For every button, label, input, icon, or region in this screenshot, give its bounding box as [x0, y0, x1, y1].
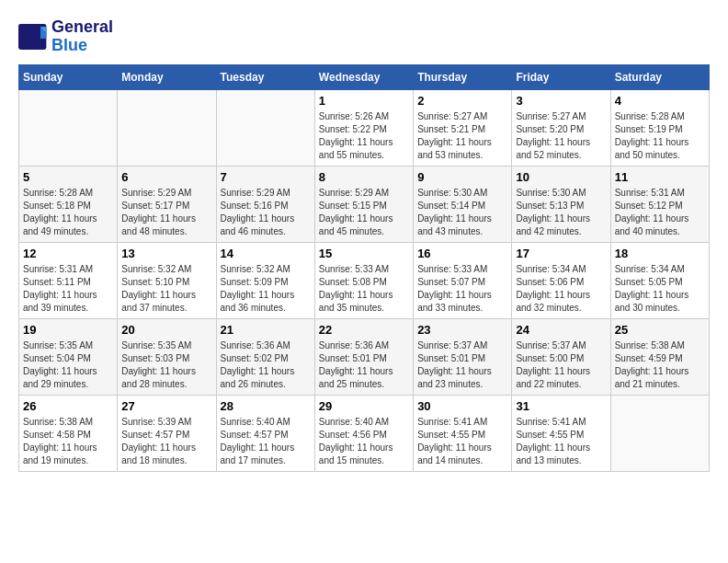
day-number: 9: [417, 170, 507, 184]
day-number: 30: [417, 399, 507, 413]
day-info: Sunrise: 5:30 AMSunset: 5:13 PMDaylight:…: [516, 187, 606, 238]
calendar-day-cell: 6Sunrise: 5:29 AMSunset: 5:17 PMDaylight…: [118, 166, 216, 242]
day-number: 13: [121, 247, 211, 260]
day-info: Sunrise: 5:31 AMSunset: 5:11 PMDaylight:…: [23, 263, 113, 315]
day-number: 8: [319, 170, 409, 184]
calendar-day-cell: 5Sunrise: 5:28 AMSunset: 5:18 PMDaylight…: [19, 166, 118, 242]
weekday-header-monday: Monday: [118, 64, 216, 89]
day-info: Sunrise: 5:29 AMSunset: 5:16 PMDaylight:…: [221, 187, 311, 238]
day-info: Sunrise: 5:35 AMSunset: 5:04 PMDaylight:…: [23, 339, 113, 391]
day-info: Sunrise: 5:37 AMSunset: 5:00 PMDaylight:…: [516, 339, 606, 391]
calendar-day-cell: [118, 89, 216, 166]
calendar-week-1: 1Sunrise: 5:26 AMSunset: 5:22 PMDaylight…: [19, 89, 710, 166]
day-number: 5: [23, 170, 113, 184]
day-number: 15: [319, 247, 409, 260]
day-number: 11: [615, 170, 705, 184]
day-number: 3: [516, 94, 606, 108]
logo-text: General Blue: [51, 18, 113, 55]
day-number: 25: [615, 323, 705, 337]
day-info: Sunrise: 5:33 AMSunset: 5:07 PMDaylight:…: [417, 263, 507, 315]
calendar-day-cell: 10Sunrise: 5:30 AMSunset: 5:13 PMDayligh…: [512, 166, 610, 242]
day-number: 23: [417, 323, 507, 337]
day-number: 22: [319, 323, 409, 337]
day-info: Sunrise: 5:40 AMSunset: 4:57 PMDaylight:…: [221, 416, 311, 467]
weekday-header-thursday: Thursday: [414, 64, 512, 89]
day-info: Sunrise: 5:34 AMSunset: 5:05 PMDaylight:…: [615, 263, 705, 315]
day-info: Sunrise: 5:41 AMSunset: 4:55 PMDaylight:…: [516, 416, 606, 467]
day-info: Sunrise: 5:29 AMSunset: 5:17 PMDaylight:…: [121, 187, 211, 238]
day-info: Sunrise: 5:29 AMSunset: 5:15 PMDaylight:…: [319, 187, 409, 238]
day-info: Sunrise: 5:37 AMSunset: 5:01 PMDaylight:…: [417, 339, 507, 391]
day-info: Sunrise: 5:39 AMSunset: 4:57 PMDaylight:…: [121, 416, 211, 467]
calendar-day-cell: 27Sunrise: 5:39 AMSunset: 4:57 PMDayligh…: [118, 395, 216, 471]
calendar-day-cell: [216, 89, 314, 166]
calendar-day-cell: 13Sunrise: 5:32 AMSunset: 5:10 PMDayligh…: [118, 242, 216, 318]
day-info: Sunrise: 5:33 AMSunset: 5:08 PMDaylight:…: [319, 263, 409, 315]
day-number: 28: [221, 399, 311, 413]
day-number: 1: [319, 94, 409, 108]
calendar-day-cell: [610, 395, 709, 471]
calendar-day-cell: 30Sunrise: 5:41 AMSunset: 4:55 PMDayligh…: [414, 395, 512, 471]
day-info: Sunrise: 5:36 AMSunset: 5:01 PMDaylight:…: [319, 339, 409, 391]
day-number: 2: [417, 94, 507, 108]
day-number: 21: [221, 323, 311, 337]
calendar-week-4: 19Sunrise: 5:35 AMSunset: 5:04 PMDayligh…: [19, 318, 710, 395]
calendar-day-cell: 16Sunrise: 5:33 AMSunset: 5:07 PMDayligh…: [414, 242, 512, 318]
day-info: Sunrise: 5:40 AMSunset: 4:56 PMDaylight:…: [319, 416, 409, 467]
calendar-day-cell: 25Sunrise: 5:38 AMSunset: 4:59 PMDayligh…: [610, 318, 709, 395]
calendar-day-cell: 1Sunrise: 5:26 AMSunset: 5:22 PMDaylight…: [314, 89, 413, 166]
day-info: Sunrise: 5:34 AMSunset: 5:06 PMDaylight:…: [516, 263, 606, 315]
calendar-day-cell: 26Sunrise: 5:38 AMSunset: 4:58 PMDayligh…: [19, 395, 118, 471]
day-number: 24: [516, 323, 606, 337]
day-info: Sunrise: 5:28 AMSunset: 5:18 PMDaylight:…: [23, 187, 113, 238]
calendar-day-cell: 21Sunrise: 5:36 AMSunset: 5:02 PMDayligh…: [216, 318, 314, 395]
day-info: Sunrise: 5:38 AMSunset: 4:59 PMDaylight:…: [615, 339, 705, 391]
day-info: Sunrise: 5:32 AMSunset: 5:09 PMDaylight:…: [221, 263, 311, 315]
day-number: 29: [319, 399, 409, 413]
calendar-day-cell: 2Sunrise: 5:27 AMSunset: 5:21 PMDaylight…: [414, 89, 512, 166]
day-number: 12: [23, 247, 113, 260]
calendar-week-3: 12Sunrise: 5:31 AMSunset: 5:11 PMDayligh…: [19, 242, 710, 318]
calendar-week-2: 5Sunrise: 5:28 AMSunset: 5:18 PMDaylight…: [19, 166, 710, 242]
calendar-day-cell: 14Sunrise: 5:32 AMSunset: 5:09 PMDayligh…: [216, 242, 314, 318]
calendar-day-cell: 7Sunrise: 5:29 AMSunset: 5:16 PMDaylight…: [216, 166, 314, 242]
calendar-day-cell: 18Sunrise: 5:34 AMSunset: 5:05 PMDayligh…: [610, 242, 709, 318]
calendar-day-cell: 4Sunrise: 5:28 AMSunset: 5:19 PMDaylight…: [610, 89, 709, 166]
calendar-day-cell: 19Sunrise: 5:35 AMSunset: 5:04 PMDayligh…: [19, 318, 118, 395]
calendar-header: General Blue: [18, 18, 710, 55]
day-info: Sunrise: 5:26 AMSunset: 5:22 PMDaylight:…: [319, 110, 409, 162]
day-info: Sunrise: 5:32 AMSunset: 5:10 PMDaylight:…: [121, 263, 211, 315]
calendar-day-cell: 20Sunrise: 5:35 AMSunset: 5:03 PMDayligh…: [118, 318, 216, 395]
weekday-header-sunday: Sunday: [19, 64, 118, 89]
day-number: 4: [615, 94, 705, 108]
day-number: 16: [417, 247, 507, 260]
calendar-day-cell: 24Sunrise: 5:37 AMSunset: 5:00 PMDayligh…: [512, 318, 610, 395]
calendar-day-cell: [19, 89, 118, 166]
day-info: Sunrise: 5:41 AMSunset: 4:55 PMDaylight:…: [417, 416, 507, 467]
day-number: 18: [615, 247, 705, 260]
day-number: 26: [23, 399, 113, 413]
day-info: Sunrise: 5:28 AMSunset: 5:19 PMDaylight:…: [615, 110, 705, 162]
day-number: 17: [516, 247, 606, 260]
day-info: Sunrise: 5:30 AMSunset: 5:14 PMDaylight:…: [417, 187, 507, 238]
weekday-header-saturday: Saturday: [610, 64, 709, 89]
day-number: 31: [516, 399, 606, 413]
calendar-day-cell: 22Sunrise: 5:36 AMSunset: 5:01 PMDayligh…: [314, 318, 413, 395]
day-info: Sunrise: 5:27 AMSunset: 5:20 PMDaylight:…: [516, 110, 606, 162]
logo: General Blue: [18, 18, 113, 55]
day-number: 20: [121, 323, 211, 337]
day-number: 7: [221, 170, 311, 184]
calendar-day-cell: 8Sunrise: 5:29 AMSunset: 5:15 PMDaylight…: [314, 166, 413, 242]
calendar-day-cell: 9Sunrise: 5:30 AMSunset: 5:14 PMDaylight…: [414, 166, 512, 242]
day-info: Sunrise: 5:31 AMSunset: 5:12 PMDaylight:…: [615, 187, 705, 238]
day-info: Sunrise: 5:36 AMSunset: 5:02 PMDaylight:…: [221, 339, 311, 391]
calendar-day-cell: 31Sunrise: 5:41 AMSunset: 4:55 PMDayligh…: [512, 395, 610, 471]
day-info: Sunrise: 5:27 AMSunset: 5:21 PMDaylight:…: [417, 110, 507, 162]
calendar-week-5: 26Sunrise: 5:38 AMSunset: 4:58 PMDayligh…: [19, 395, 710, 471]
calendar-day-cell: 17Sunrise: 5:34 AMSunset: 5:06 PMDayligh…: [512, 242, 610, 318]
day-number: 27: [121, 399, 211, 413]
day-info: Sunrise: 5:38 AMSunset: 4:58 PMDaylight:…: [23, 416, 113, 467]
logo-icon: [18, 24, 48, 50]
calendar-table: SundayMondayTuesdayWednesdayThursdayFrid…: [18, 64, 710, 472]
calendar-day-cell: 11Sunrise: 5:31 AMSunset: 5:12 PMDayligh…: [610, 166, 709, 242]
